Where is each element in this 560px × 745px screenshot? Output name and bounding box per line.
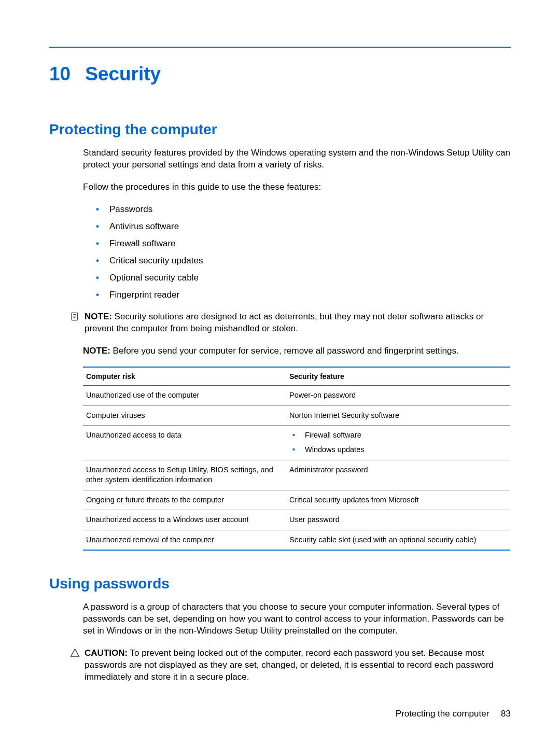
- risk-cell: Unauthorized access to Setup Utility, BI…: [83, 460, 286, 490]
- page-number: 83: [501, 709, 511, 719]
- chapter-heading: 10Security: [49, 63, 511, 85]
- caution-block: CAUTION: To prevent being locked out of …: [70, 648, 511, 683]
- table-row: Unauthorized access to a Windows user ac…: [83, 510, 510, 530]
- feature-cell: Firewall software Windows updates: [286, 426, 510, 460]
- note-icon: [70, 312, 81, 324]
- risk-cell: Computer viruses: [83, 405, 286, 426]
- note-content: Before you send your computer for servic…: [110, 346, 459, 356]
- page-footer: Protecting the computer 83: [396, 709, 511, 719]
- passwords-intro: A password is a group of characters that…: [83, 601, 511, 637]
- feature-cell: Administrator password: [286, 460, 510, 490]
- follow-paragraph: Follow the procedures in this guide to u…: [83, 181, 511, 193]
- section-heading-protecting: Protecting the computer: [49, 121, 511, 138]
- table-row: Unauthorized access to data Firewall sof…: [83, 426, 510, 460]
- table-header-feature: Security feature: [286, 367, 510, 386]
- top-divider: [49, 47, 511, 48]
- table-row: Ongoing or future threats to the compute…: [83, 490, 510, 510]
- list-item: Fingerprint reader: [96, 289, 511, 301]
- table-header-risk: Computer risk: [83, 367, 286, 386]
- list-item: Firewall software: [289, 430, 507, 441]
- list-item: Passwords: [96, 204, 511, 216]
- caution-text: CAUTION: To prevent being locked out of …: [85, 648, 511, 683]
- risk-cell: Ongoing or future threats to the compute…: [83, 490, 286, 510]
- list-item: Optional security cable: [96, 272, 511, 284]
- feature-cell-list: Firewall software Windows updates: [289, 430, 507, 455]
- note-block: NOTE: Security solutions are designed to…: [70, 311, 511, 335]
- section-heading-passwords: Using passwords: [49, 575, 511, 592]
- caution-content: To prevent being locked out of the compu…: [85, 648, 494, 682]
- table-row: Unauthorized removal of the computer Sec…: [83, 530, 510, 550]
- list-item: Firewall software: [96, 238, 511, 250]
- list-item: Antivirus software: [96, 221, 511, 233]
- risk-cell: Unauthorized access to data: [83, 426, 286, 460]
- intro-paragraph: Standard security features provided by t…: [83, 147, 511, 171]
- list-item: Windows updates: [289, 445, 507, 455]
- note-text: NOTE: Security solutions are designed to…: [85, 311, 511, 335]
- risk-feature-table: Computer risk Security feature Unauthori…: [83, 367, 510, 551]
- note-label: NOTE:: [85, 312, 112, 321]
- risk-cell: Unauthorized use of the computer: [83, 386, 286, 406]
- list-item: Critical security updates: [96, 255, 511, 267]
- chapter-title: Security: [85, 63, 161, 85]
- table-row: Unauthorized use of the computer Power-o…: [83, 386, 510, 406]
- risk-cell: Unauthorized removal of the computer: [83, 530, 286, 550]
- caution-icon: [70, 648, 81, 659]
- feature-cell: User password: [286, 510, 510, 530]
- feature-list: Passwords Antivirus software Firewall so…: [96, 204, 511, 301]
- note-sub: NOTE: Before you send your computer for …: [83, 345, 511, 357]
- feature-cell: Critical security updates from Microsoft: [286, 490, 510, 510]
- feature-cell: Norton Internet Security software: [286, 405, 510, 426]
- svg-rect-0: [72, 313, 77, 320]
- feature-cell: Security cable slot (used with an option…: [286, 530, 510, 550]
- risk-cell: Unauthorized access to a Windows user ac…: [83, 510, 286, 530]
- note-content: Security solutions are designed to act a…: [85, 312, 484, 333]
- footer-section: Protecting the computer: [396, 709, 489, 719]
- note-label: NOTE:: [83, 346, 110, 356]
- caution-label: CAUTION:: [85, 648, 128, 658]
- chapter-number: 10: [49, 63, 71, 85]
- table-row: Unauthorized access to Setup Utility, BI…: [83, 460, 510, 490]
- table-row: Computer viruses Norton Internet Securit…: [83, 405, 510, 426]
- feature-cell: Power-on password: [286, 386, 510, 406]
